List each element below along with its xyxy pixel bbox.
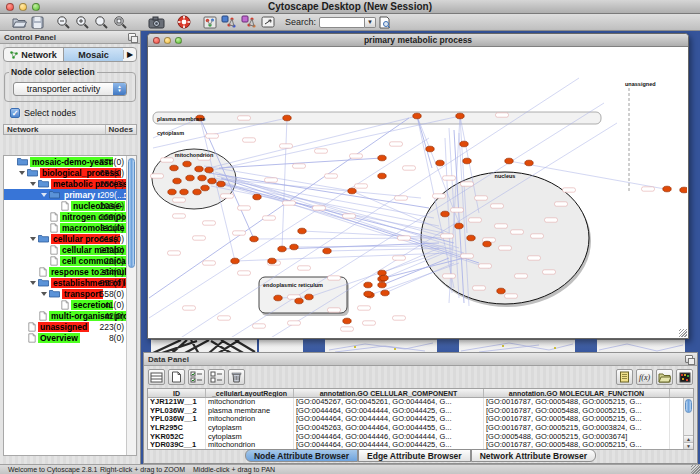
snapshot-camera-button[interactable] [148,15,165,30]
expand-arrow-icon[interactable] [41,193,47,197]
scroll-up-icon[interactable]: ▲ [684,435,693,442]
tree-scrollbar[interactable] [126,156,136,455]
expand-arrow-icon[interactable] [19,171,25,175]
network-view-titlebar[interactable]: primary metabolic process [148,34,688,47]
open-session-button[interactable] [12,15,27,30]
select-nodes-row[interactable]: ✓ Select nodes [10,108,140,118]
tree-row[interactable]: macromolecule311(0) [4,222,136,233]
tree-row[interactable]: metabolic process280(0) [4,178,136,189]
help-lifesaver-button[interactable] [177,15,191,30]
network-canvas[interactable]: plasma membrane cytoplasm mitochondrion … [149,48,687,337]
graph-node[interactable] [381,290,389,296]
float-panel-icon[interactable] [128,33,136,41]
graph-node[interactable] [173,178,181,184]
plasma-membrane-region[interactable] [153,112,601,124]
graph-node[interactable] [378,155,386,161]
graph-node[interactable] [436,160,444,166]
tree-row[interactable]: unassigned223(0) [4,321,136,332]
column-header[interactable]: annotation.GO MOLECULAR_FUNCTION [484,389,670,397]
export-network-button[interactable] [241,15,257,30]
graph-node[interactable] [195,166,203,172]
graph-node[interactable] [455,223,463,229]
graph-node[interactable] [413,113,421,119]
graph-node[interactable] [250,236,258,242]
delete-attribute-trash-button[interactable] [228,369,245,385]
import-network-button[interactable] [221,15,237,30]
tree-row[interactable]: biological_process651(0) [4,167,136,178]
attribute-table-button[interactable] [148,369,165,385]
graph-node[interactable] [186,175,194,181]
column-header[interactable]: ID [148,389,206,397]
tab-edge-attribute-browser[interactable]: Edge Attribute Browser [358,449,471,462]
expand-arrow-icon[interactable] [30,281,36,285]
tab-mosaic[interactable]: Mosaic [63,48,123,62]
graph-edge[interactable] [282,118,287,249]
graph-node[interactable] [305,294,313,300]
search-dropdown-arrow-icon[interactable]: ▼ [365,17,376,28]
scroll-down-icon[interactable]: ▼ [684,442,693,449]
graph-node[interactable] [505,158,513,164]
graph-node[interactable] [525,160,533,166]
attribute-notes-button[interactable] [616,369,633,385]
tree-row[interactable]: secretion41(0) [4,299,136,310]
graph-node[interactable] [268,258,276,264]
save-session-button[interactable] [31,15,44,30]
graph-node[interactable] [348,188,356,194]
graph-node[interactable] [426,146,434,152]
tree-row[interactable]: primary metabo209(... [4,189,136,200]
window-resize-grip[interactable] [691,465,700,474]
tree-row[interactable]: nucleobase-209(0) [4,200,136,211]
float-panel-icon[interactable] [685,355,693,363]
graph-node[interactable] [295,298,303,304]
graph-node[interactable] [680,187,687,193]
tree-row[interactable]: cellular metabo209(0) [4,244,136,255]
more-tabs-arrow-icon[interactable]: ▶ [123,50,136,59]
import-attributes-folder-button[interactable] [656,369,673,385]
graph-node[interactable] [193,189,201,195]
graph-node[interactable] [364,291,372,297]
graph-node[interactable] [283,115,291,121]
table-scrollbar[interactable]: ▲ ▼ [683,398,693,449]
graph-node[interactable] [463,158,471,164]
expand-arrow-icon[interactable] [30,237,36,241]
graph-node[interactable] [205,167,213,173]
graph-node[interactable] [274,295,282,301]
node-color-dropdown[interactable]: transporter activity ▲▼ [13,82,127,96]
search-input[interactable] [319,17,365,28]
graph-node[interactable] [290,244,298,250]
expand-arrow-icon[interactable] [30,182,36,186]
select-attributes-button[interactable] [188,369,205,385]
annotation-button[interactable] [261,15,275,30]
graph-node[interactable] [298,228,306,234]
graph-node[interactable] [456,113,464,119]
graph-node[interactable] [343,318,351,324]
graph-node[interactable] [183,161,191,167]
tree-row[interactable]: cellular process614(0) [4,233,136,244]
graph-node[interactable] [217,181,225,187]
table-row[interactable]: YPL036W__2plasma membrane[GO:0044464, GO… [148,407,693,416]
table-row[interactable]: YJR121W__1mitochondrion[GO:0045267, GO:0… [148,398,693,407]
table-row[interactable]: YPL036W__1mitochondrion[GO:0044464, GO:0… [148,415,693,424]
vizmapper-button[interactable] [203,15,217,30]
graph-node[interactable] [208,178,216,184]
zoom-out-button[interactable] [56,15,71,30]
tree-row[interactable]: Overview8(0) [4,332,136,343]
table-row[interactable]: YLR295Ccytoplasm[GO:0045263, GO:0044464,… [148,424,693,433]
graph-node[interactable] [253,194,261,200]
tree-row[interactable]: transport558(0) [4,288,136,299]
expand-arrow-icon[interactable] [41,292,47,296]
table-scrollbar-thumb[interactable] [685,399,692,413]
view-resize-grip[interactable] [679,329,687,337]
window-titlebar[interactable]: Cytoscape Desktop (New Session) [0,0,700,14]
graph-node[interactable] [663,186,671,192]
unselect-attributes-button[interactable] [208,369,225,385]
graph-edge[interactable] [235,253,449,261]
graph-node[interactable] [460,141,468,147]
graph-node[interactable] [323,248,331,254]
graph-node[interactable] [378,173,386,179]
tree-row[interactable]: establishment of lo558(0) [4,277,136,288]
formula-builder-button[interactable]: f(x) [636,369,653,385]
select-nodes-checkbox[interactable]: ✓ [10,108,20,118]
graph-node[interactable] [170,165,178,171]
matrix-view-button[interactable] [676,369,693,385]
